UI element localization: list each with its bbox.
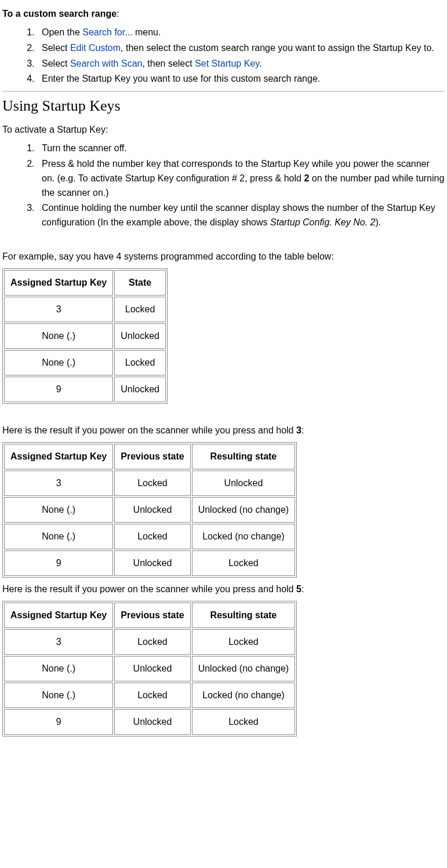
table-row: None (.)Locked — [4, 350, 166, 375]
table-row: None (.)UnlockedUnlocked (no change) — [4, 656, 295, 681]
activate-steps: Turn the scanner off. Press & hold the n… — [2, 141, 445, 230]
custom-range-title: To a custom search range: — [2, 7, 445, 21]
th-assigned-key: Assigned Startup Key — [4, 444, 113, 469]
table-row: 9Unlocked — [4, 377, 166, 402]
section-divider — [2, 91, 445, 92]
custom-step-2: Select Edit Custom, then select the cust… — [37, 41, 445, 56]
activate-step-3: Continue holding the number key until th… — [37, 201, 445, 230]
table-result-3: Assigned Startup Key Previous state Resu… — [2, 442, 297, 578]
table-row: 3Locked — [4, 297, 166, 322]
table-row: None (.)LockedLocked (no change) — [4, 683, 295, 708]
th-assigned-key: Assigned Startup Key — [4, 603, 113, 628]
table-row: 9UnlockedLocked — [4, 709, 295, 735]
custom-step-3: Select Search with Scan, then select Set… — [37, 57, 445, 71]
table-row: None (.)Unlocked — [4, 323, 166, 349]
table-row: 3LockedUnlocked — [4, 471, 295, 496]
custom-step-1: Open the Search for... menu. — [37, 25, 445, 40]
th-assigned-key: Assigned Startup Key — [4, 270, 113, 296]
link-search-for[interactable]: Search for... — [82, 27, 132, 37]
th-resulting-state: Resulting state — [192, 603, 296, 628]
th-previous-state: Previous state — [114, 603, 190, 628]
table-result-5: Assigned Startup Key Previous state Resu… — [2, 601, 297, 736]
result3-intro: Here is the result if you power on the s… — [2, 424, 445, 437]
link-set-startup-key[interactable]: Set Startup Key — [195, 59, 259, 68]
table-row: 3LockedLocked — [4, 629, 295, 655]
result5-intro: Here is the result if you power on the s… — [2, 582, 445, 596]
activate-step-2: Press & hold the number key that corresp… — [37, 157, 445, 200]
activate-intro: To activate a Startup Key: — [2, 123, 445, 137]
activate-step-1: Turn the scanner off. — [37, 141, 445, 156]
link-search-with-scan[interactable]: Search with Scan — [70, 59, 143, 68]
using-startup-keys-heading: Using Startup Keys — [2, 97, 445, 115]
custom-range-steps: Open the Search for... menu. Select Edit… — [2, 25, 445, 86]
th-resulting-state: Resulting state — [192, 444, 296, 469]
table-row: None (.)LockedLocked (no change) — [4, 524, 295, 549]
table-initial-state: Assigned Startup Key State 3Locked None … — [2, 268, 168, 404]
th-previous-state: Previous state — [114, 444, 190, 469]
table-row: 9UnlockedLocked — [4, 550, 295, 576]
table-row: None (.)UnlockedUnlocked (no change) — [4, 497, 295, 523]
example-intro: For example, say you have 4 systems prog… — [2, 250, 445, 264]
custom-step-4: Enter the Startup Key you want to use fo… — [37, 72, 445, 86]
link-edit-custom[interactable]: Edit Custom — [70, 43, 121, 53]
th-state: State — [114, 270, 166, 296]
